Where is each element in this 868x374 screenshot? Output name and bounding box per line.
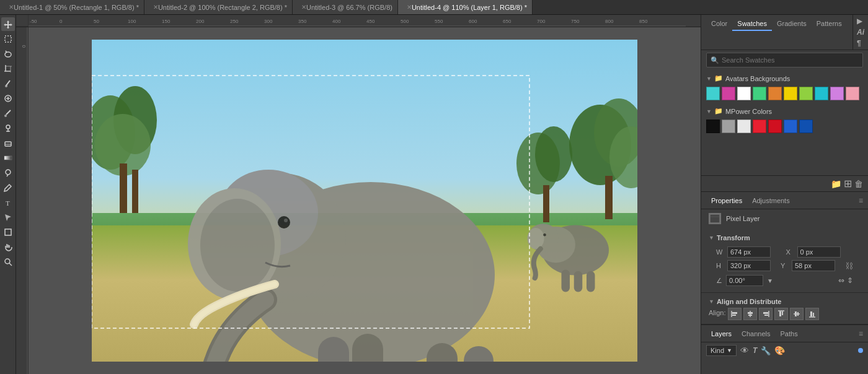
swatch-cell[interactable] — [768, 87, 782, 100]
swatch-group-avatars-header[interactable]: ▼ 📁 Avatars Backgrounds — [701, 72, 868, 84]
tab-adjustments[interactable]: Adjustments — [747, 194, 795, 207]
swatch-cell[interactable] — [768, 120, 782, 133]
svg-rect-103 — [797, 312, 799, 316]
brush-tool[interactable] — [1, 107, 15, 120]
layer-visibility-icon[interactable]: 👁 — [740, 346, 749, 355]
svg-rect-105 — [810, 311, 812, 316]
paragraph-icon[interactable]: ¶ — [856, 38, 866, 48]
layers-kind-dropdown[interactable]: Kind ▼ — [706, 345, 737, 356]
align-left-btn[interactable] — [728, 308, 742, 320]
layers-dot-indicator — [858, 348, 863, 353]
search-input[interactable] — [722, 56, 859, 64]
align-center-h-btn[interactable] — [743, 308, 757, 320]
marquee-tool[interactable] — [1, 32, 15, 46]
hand-tool[interactable] — [1, 240, 15, 254]
swatch-cell[interactable] — [706, 120, 720, 133]
tab-untitled3[interactable]: ✕ Untitled-3 @ 66.7% (RGB/8) — [293, 0, 398, 14]
tab-paths[interactable]: Paths — [776, 328, 803, 340]
clone-stamp-tool[interactable] — [1, 121, 15, 135]
folder-new-icon[interactable]: 📁 — [831, 179, 841, 189]
swatch-group-mpower-header[interactable]: ▼ 📁 MPower Colors — [701, 105, 868, 117]
align-middle-btn[interactable] — [790, 308, 804, 320]
transform-header[interactable]: ▼ Transform — [709, 232, 861, 244]
ai-icon[interactable]: Ai — [856, 27, 866, 37]
properties-menu-icon[interactable]: ≡ — [859, 196, 863, 205]
tab-untitled2[interactable]: ✕ Untitled-2 @ 100% (Rectangle 2, RGB/8)… — [144, 0, 293, 14]
move-tool[interactable] — [1, 17, 15, 31]
tab-patterns[interactable]: Patterns — [812, 17, 847, 31]
dodge-tool[interactable] — [1, 166, 15, 180]
gradient-tool[interactable] — [1, 151, 15, 165]
lasso-tool[interactable] — [1, 47, 15, 61]
align-header[interactable]: ▼ Align and Distribute — [709, 295, 861, 308]
tab-channels[interactable]: Channels — [737, 328, 775, 340]
angle-input[interactable] — [726, 275, 763, 286]
tab-swatches[interactable]: Swatches — [732, 17, 772, 31]
align-bottom-btn[interactable] — [805, 308, 819, 320]
swatch-cell[interactable] — [753, 120, 766, 133]
swatch-cell[interactable] — [737, 120, 751, 133]
swatch-cell[interactable] — [815, 87, 828, 100]
tab-untitled4[interactable]: ✕ Untitled-4 @ 110% (Layer 1, RGB/8) * — [398, 0, 533, 14]
play-icon[interactable]: ▶ — [856, 16, 866, 26]
align-right-btn[interactable] — [759, 308, 773, 320]
type-tool[interactable]: T — [1, 196, 15, 209]
tab-properties[interactable]: Properties — [706, 194, 747, 207]
swatch-group-avatars-label: Avatars Backgrounds — [725, 75, 790, 82]
pen-tool[interactable] — [1, 181, 15, 194]
flip-horizontal-icon[interactable]: ⇔ — [838, 276, 844, 285]
shape-tool[interactable] — [1, 225, 15, 239]
swatch-cell[interactable] — [846, 87, 859, 100]
path-selection-tool[interactable] — [1, 211, 15, 224]
swatch-search-box[interactable]: 🔍 — [706, 53, 863, 67]
swatch-cell[interactable] — [753, 87, 766, 100]
svg-rect-58 — [120, 163, 127, 213]
swatch-cell[interactable] — [737, 87, 751, 100]
swatch-trash-icon[interactable]: 🗑 — [854, 179, 863, 189]
tab-gradients[interactable]: Gradients — [772, 17, 812, 31]
tab-close-1[interactable]: ✕ — [9, 4, 14, 11]
align-top-btn[interactable] — [774, 308, 788, 320]
swatch-scroll-area[interactable]: ▼ 📁 Avatars Backgrounds — [701, 70, 868, 175]
swatch-cell[interactable] — [706, 87, 720, 100]
zoom-tool[interactable] — [1, 255, 15, 269]
swatch-cell[interactable] — [799, 120, 813, 133]
swatch-cell[interactable] — [784, 87, 797, 100]
swatch-cell[interactable] — [830, 87, 844, 100]
swatch-add-icon[interactable]: ⊞ — [844, 178, 852, 189]
tab-close-2[interactable]: ✕ — [153, 4, 158, 11]
height-input[interactable] — [727, 260, 771, 271]
y-input[interactable] — [792, 260, 835, 271]
swatch-cell[interactable] — [722, 87, 735, 100]
layer-color-icon[interactable]: 🎨 — [774, 346, 785, 355]
svg-rect-102 — [795, 311, 797, 316]
layer-effect-icon[interactable]: 🔧 — [761, 346, 771, 355]
tab-untitled1[interactable]: ✕ Untitled-1 @ 50% (Rectangle 1, RGB/8) … — [0, 0, 144, 14]
heal-tool[interactable] — [1, 92, 15, 105]
swatch-cell[interactable] — [722, 120, 735, 133]
width-input[interactable] — [727, 246, 771, 258]
x-input[interactable] — [797, 246, 841, 258]
svg-rect-66 — [543, 185, 549, 222]
transform-section: ▼ Transform W X H — [701, 228, 868, 293]
eyedropper-tool[interactable] — [1, 77, 15, 90]
canvas-viewport[interactable] — [29, 27, 701, 374]
tab-layers[interactable]: Layers — [706, 328, 737, 340]
tab-close-3[interactable]: ✕ — [301, 4, 306, 11]
flip-vertical-icon[interactable]: ⇕ — [847, 276, 853, 285]
swatch-cell[interactable] — [784, 120, 797, 133]
svg-text:T: T — [6, 199, 10, 207]
svg-rect-71 — [587, 271, 595, 292]
tab-color[interactable]: Color — [706, 17, 732, 31]
layer-type-icon[interactable]: T — [753, 346, 757, 355]
angle-dropdown-btn[interactable]: ▼ — [767, 277, 773, 284]
layers-menu-icon[interactable]: ≡ — [859, 329, 863, 338]
tab-close-4[interactable]: ✕ — [407, 4, 412, 11]
tab-label-1: Untitled-1 @ 50% (Rectangle 1, RGB/8) * — [14, 4, 139, 11]
swatch-footer: 📁 ⊞ 🗑 — [701, 175, 868, 191]
eraser-tool[interactable] — [1, 136, 15, 150]
crop-tool[interactable] — [1, 62, 15, 76]
y-label: Y — [781, 262, 789, 269]
chain-link-icon[interactable]: ⛓ — [845, 261, 853, 271]
swatch-cell[interactable] — [799, 87, 813, 100]
